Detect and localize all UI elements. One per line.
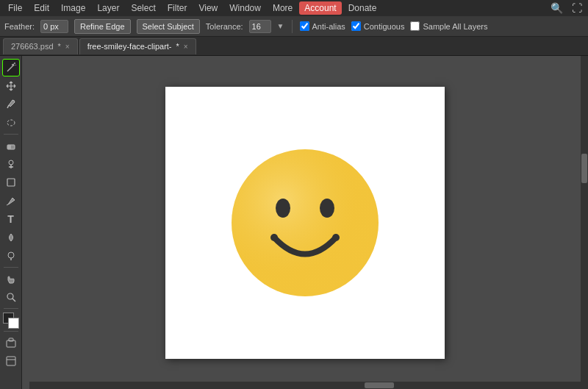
svg-line-18 [12, 299, 15, 301]
anti-alias-group: Anti-alias [300, 21, 345, 31]
tab-smiley-label: free-smiley-face-clipart- [87, 42, 172, 51]
sample-all-layers-checkbox[interactable] [410, 21, 420, 31]
lasso-tool[interactable] [2, 114, 20, 132]
contiguous-label: Contiguous [364, 22, 405, 31]
main-area: T [0, 56, 588, 389]
svg-point-27 [270, 234, 278, 241]
vertical-scrollbar[interactable] [581, 56, 588, 382]
magic-wand-tool[interactable] [2, 59, 20, 76]
text-icon: T [7, 213, 14, 225]
sample-all-layers-label: Sample All Layers [423, 22, 487, 31]
text-tool[interactable]: T [2, 210, 20, 228]
menu-layer[interactable]: Layer [92, 1, 124, 15]
background-color[interactable] [8, 318, 19, 329]
tab-smiley-modified: * [176, 42, 179, 51]
tab-psd[interactable]: 276663.psd * × [3, 38, 78, 54]
tolerance-dropdown-icon[interactable]: ▼ [277, 22, 284, 30]
tool-separator-1 [4, 134, 18, 135]
svg-point-10 [9, 160, 13, 165]
canvas-wrapper [165, 87, 445, 359]
tab-psd-label: 276663.psd [11, 42, 54, 51]
menu-bar: File Edit Image Layer Select Filter View… [0, 0, 588, 16]
svg-line-5 [15, 65, 16, 65]
search-icon[interactable]: 🔍 [548, 2, 566, 14]
screen-mode-tool[interactable] [2, 352, 20, 370]
dodge-tool[interactable] [2, 247, 20, 265]
sample-all-layers-group: Sample All Layers [410, 21, 487, 31]
feather-input[interactable] [40, 20, 68, 33]
svg-line-0 [7, 65, 13, 71]
smiley-face [224, 142, 386, 304]
select-subject-button[interactable]: Select Subject [137, 19, 200, 34]
svg-point-28 [332, 234, 340, 241]
svg-line-6 [7, 105, 9, 108]
vertical-scrollbar-thumb[interactable] [581, 154, 587, 183]
tool-separator-2 [4, 267, 18, 268]
separator [292, 20, 293, 33]
anti-alias-checkbox[interactable] [300, 21, 309, 31]
toolbar: T [0, 56, 22, 389]
svg-point-15 [8, 252, 14, 258]
tolerance-input[interactable] [249, 20, 271, 33]
tab-smiley[interactable]: free-smiley-face-clipart- * × [79, 38, 196, 54]
contiguous-checkbox[interactable] [351, 21, 361, 31]
tool-separator-3 [4, 308, 18, 309]
svg-point-17 [7, 293, 13, 299]
anti-alias-label: Anti-alias [312, 22, 345, 31]
svg-point-7 [7, 120, 15, 126]
options-bar: Feather: Refine Edge Select Subject Tole… [0, 16, 588, 37]
horizontal-scrollbar[interactable] [29, 382, 588, 389]
color-swatches[interactable] [3, 313, 19, 329]
move-tool[interactable] [2, 77, 20, 95]
feather-label: Feather: [4, 22, 35, 31]
hand-tool[interactable] [2, 270, 20, 288]
menu-account[interactable]: Account [299, 1, 341, 15]
svg-point-24 [232, 149, 379, 296]
svg-rect-13 [7, 179, 15, 186]
eraser-tool[interactable] [2, 137, 20, 154]
menu-view[interactable]: View [193, 1, 223, 15]
menu-window[interactable]: Window [224, 1, 266, 15]
menu-icons: 🔍 ⛶ [548, 2, 585, 14]
refine-edge-button[interactable]: Refine Edge [74, 19, 131, 34]
tolerance-label: Tolerance: [206, 22, 243, 31]
zoom-tool[interactable] [2, 288, 20, 306]
svg-point-26 [320, 199, 334, 218]
horizontal-scrollbar-thumb[interactable] [365, 382, 394, 388]
menu-donate[interactable]: Donate [343, 1, 382, 15]
svg-line-14 [7, 204, 8, 205]
canvas-area [22, 56, 588, 389]
svg-rect-21 [7, 357, 15, 365]
menu-select[interactable]: Select [126, 1, 160, 15]
menu-filter[interactable]: Filter [162, 1, 193, 15]
menu-more[interactable]: More [268, 1, 298, 15]
menu-image[interactable]: Image [56, 1, 90, 15]
svg-point-2 [12, 64, 13, 65]
clone-stamp-tool[interactable] [2, 155, 20, 173]
svg-rect-9 [7, 145, 11, 149]
fullscreen-icon[interactable]: ⛶ [569, 2, 585, 14]
tab-psd-close[interactable]: × [65, 43, 70, 51]
quick-mask-tool[interactable] [2, 334, 20, 351]
svg-point-25 [276, 199, 290, 218]
blur-tool[interactable] [2, 229, 20, 246]
tool-separator-4 [4, 331, 18, 332]
tab-psd-modified: * [58, 42, 61, 51]
tab-smiley-close[interactable]: × [184, 43, 188, 51]
shape-tool[interactable] [2, 174, 20, 191]
pen-tool[interactable] [2, 192, 20, 210]
eyedropper-tool[interactable] [2, 96, 20, 113]
tab-bar: 276663.psd * × free-smiley-face-clipart-… [0, 37, 588, 56]
menu-file[interactable]: File [3, 1, 27, 15]
menu-edit[interactable]: Edit [29, 1, 54, 15]
contiguous-group: Contiguous [351, 21, 405, 31]
